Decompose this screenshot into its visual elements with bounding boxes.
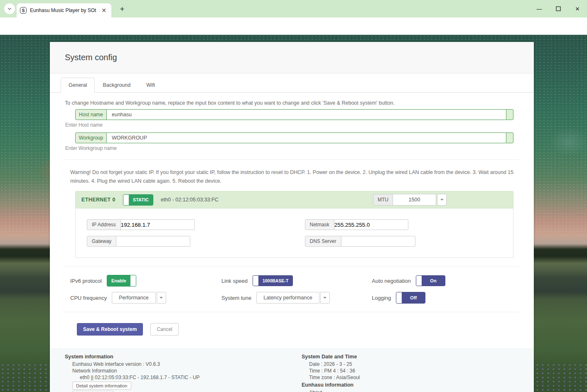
auto-negotiation-value: On [422, 276, 445, 286]
cpu-frequency-dropdown-button[interactable] [157, 292, 166, 304]
ip-address-label: IP Address [87, 219, 121, 230]
ethernet-title: ETHERNET 0 [81, 197, 115, 203]
tab-wifi[interactable]: Wifi [138, 78, 163, 93]
browser-tab[interactable]: S Eunhasu Music Player by SOtM ✕ [17, 3, 111, 17]
system-tune-value: Latency performance [256, 292, 319, 304]
hostname-input[interactable] [107, 109, 506, 120]
network-information-title: Network Information [72, 368, 302, 374]
hostname-addon [506, 109, 513, 120]
toggle-knob [253, 276, 258, 286]
link-speed-label: Link speed [221, 278, 248, 284]
hostname-instruction: To change Hostname and Workgroup name, r… [65, 100, 519, 106]
static-toggle-label: STATIC [129, 195, 153, 205]
hostname-help: Enter Host name [65, 122, 519, 128]
system-tune-select[interactable]: Latency performance [256, 292, 329, 304]
gateway-group: Gateway [87, 236, 290, 247]
system-date-time-title: System Date and Time [302, 354, 360, 360]
save-reboot-button[interactable]: Save & Reboot system [77, 323, 143, 336]
mtu-dropdown-button[interactable] [437, 194, 447, 206]
ip-address-group: IP Address [87, 219, 290, 230]
divider [65, 159, 519, 160]
browser-tabstrip: S Eunhasu Music Player by SOtM ✕ + — ✕ [0, 0, 587, 17]
window-maximize-button[interactable] [549, 0, 568, 17]
cpu-frequency-label: CPU frequency [70, 295, 107, 301]
mtu-group: MTU [373, 194, 447, 206]
about-link[interactable]: About [309, 390, 360, 392]
divider [65, 312, 519, 312]
system-tune-label: System tune [221, 295, 251, 301]
eunhasu-information-title: Eunhasu information [302, 382, 360, 388]
logging-value: Off [402, 292, 425, 303]
ipv6-label: IPv6 protocol [70, 278, 102, 284]
timezone-line: Time zone : Asia/Seoul [309, 375, 360, 380]
netmask-input[interactable] [334, 219, 408, 230]
dns-server-input[interactable] [341, 236, 415, 247]
cpu-frequency-select[interactable]: Performance [112, 292, 166, 304]
link-speed-toggle[interactable]: 1000BASE-T [253, 275, 293, 286]
netmask-label: Netmask [305, 219, 334, 230]
tab-background[interactable]: Background [95, 78, 138, 93]
maximize-icon [556, 6, 561, 11]
dns-server-label: DNS Server [305, 236, 341, 247]
tab-close-icon[interactable]: ✕ [100, 7, 108, 14]
card-header: System config [50, 42, 534, 74]
ip-address-input[interactable] [121, 219, 195, 230]
ethernet-header: ETHERNET 0 STATIC eth0 - 02:12:05:03:33:… [75, 191, 513, 208]
sysconfig-card: System config General Background Wifi To… [50, 42, 534, 392]
detail-system-information-button[interactable]: Detail system information [72, 382, 131, 390]
time-line: Time : PM 4 : 54 : 36 [309, 368, 360, 374]
browser-toolbar: Not secure 192.168.0.39/sysconfig.php D [0, 17, 587, 35]
date-line: Date : 2026 - 3 - 25 [309, 361, 360, 367]
chevron-down-icon [7, 6, 12, 11]
mtu-input[interactable] [393, 194, 436, 206]
toggle-knob [396, 292, 402, 303]
system-information-title: System information [65, 354, 302, 360]
caret-down-icon [160, 297, 163, 299]
caret-down-icon [440, 199, 444, 201]
gateway-input[interactable] [116, 236, 190, 247]
tab-search-button[interactable] [4, 3, 15, 14]
window-close-button[interactable]: ✕ [568, 0, 587, 17]
action-buttons: Save & Reboot system Cancel [77, 323, 519, 336]
toggle-knob [130, 275, 136, 286]
ipv6-value: Enable [107, 275, 130, 286]
dns-server-group: DNS Server [305, 236, 508, 247]
tab-general[interactable]: General [61, 78, 95, 93]
toggle-knob [416, 276, 422, 286]
divider [65, 266, 519, 267]
ethernet-mac: eth0 - 02:12:05:03:33:FC [161, 197, 219, 203]
workgroup-help: Enter Workgroup name [65, 145, 519, 151]
system-tune-dropdown-button[interactable] [320, 292, 330, 304]
workgroup-label: Workgroup [75, 132, 107, 143]
ethernet-body: IP Address Netmask Gateway DNS Server [75, 208, 513, 258]
site-favicon-icon: S [20, 7, 27, 14]
static-ip-warning: Warning! Do not forget your static IP. I… [70, 168, 519, 185]
auto-negotiation-toggle[interactable]: On [416, 275, 445, 286]
auto-negotiation-label: Auto negotiation [372, 278, 411, 284]
page-title: System config [65, 53, 117, 62]
cpu-frequency-value: Performance [112, 292, 156, 304]
ethernet-section: ETHERNET 0 STATIC eth0 - 02:12:05:03:33:… [75, 191, 513, 258]
ipv6-toggle[interactable]: Enable [107, 275, 136, 287]
logging-toggle[interactable]: Off [396, 292, 425, 304]
link-speed-value: 1000BASE-T [258, 276, 292, 286]
workgroup-input[interactable] [107, 132, 506, 143]
tab-title: Eunhasu Music Player by SOtM [30, 7, 96, 13]
window-minimize-button[interactable]: — [530, 0, 549, 17]
toggle-knob [123, 195, 129, 205]
tabs-row: General Background Wifi [50, 74, 534, 93]
hostname-label: Host name [75, 109, 107, 120]
static-dhcp-toggle[interactable]: STATIC [123, 194, 153, 206]
mtu-label: MTU [373, 194, 393, 206]
web-interface-version: Eunhasu Web interface version : V0.6.3 [72, 361, 302, 367]
card-footer: System information Eunhasu Web interface… [50, 348, 534, 392]
cancel-button[interactable]: Cancel [150, 323, 178, 336]
gateway-label: Gateway [87, 236, 116, 247]
options-grid: IPv6 protocol Enable Link speed 1000BASE… [70, 275, 519, 304]
hostname-group: Host name [75, 109, 513, 120]
caret-down-icon [323, 297, 327, 299]
workgroup-addon [506, 132, 513, 143]
logging-label: Logging [372, 295, 391, 301]
new-tab-button[interactable]: + [117, 4, 127, 14]
netmask-group: Netmask [305, 219, 508, 230]
